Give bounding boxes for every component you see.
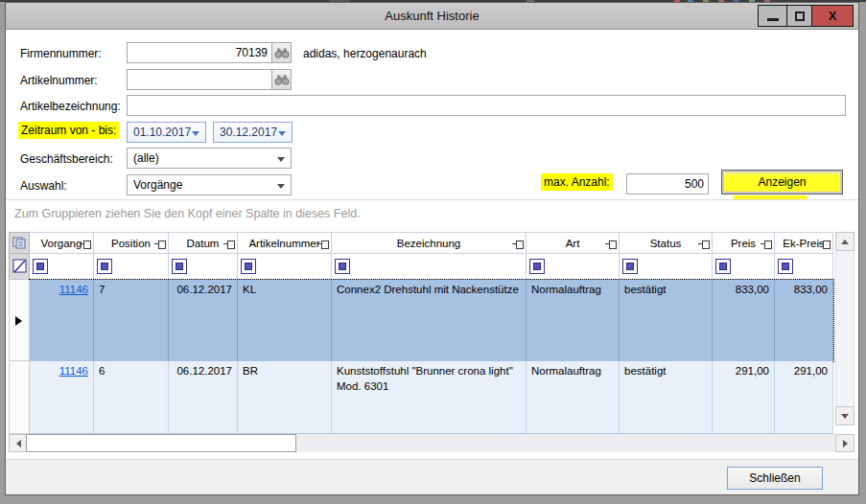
- chevron-down-icon[interactable]: [278, 131, 286, 136]
- column-header-label: Position: [111, 238, 151, 249]
- filter-cell-bezeichnung[interactable]: [332, 254, 527, 280]
- cell-art: Normalauftrag: [527, 280, 620, 361]
- cell-artikelnummer: BR: [238, 361, 332, 433]
- filter-icon: [36, 263, 44, 270]
- filter-icon: [533, 263, 541, 270]
- filter-button[interactable]: [715, 259, 731, 274]
- column-header-datum[interactable]: Datum: [169, 232, 238, 254]
- chevron-down-icon[interactable]: [277, 184, 285, 189]
- pushpin-icon[interactable]: [761, 241, 771, 248]
- grid-corner-cell[interactable]: [9, 232, 30, 254]
- pushpin-icon[interactable]: [223, 241, 234, 248]
- pushpin-icon[interactable]: [154, 241, 165, 248]
- pushpin-icon[interactable]: [605, 241, 616, 248]
- pushpin-icon[interactable]: [512, 241, 523, 248]
- pushpin-icon[interactable]: [80, 241, 90, 248]
- scroll-left-icon: [16, 440, 21, 447]
- close-button[interactable]: X: [811, 5, 854, 27]
- divider: [6, 199, 858, 200]
- auswahl-value: Vorgänge: [133, 178, 182, 192]
- geschaeftsbereich-label: Geschäftsbereich:: [20, 152, 113, 166]
- table-row[interactable]: 11146 7 06.12.2017 KL Connex2 Drehstuhl …: [9, 280, 833, 361]
- pushpin-icon[interactable]: [317, 241, 328, 248]
- zeitraum-von-picker[interactable]: 01.10.2017: [127, 122, 206, 143]
- max-anzahl-input[interactable]: [626, 173, 709, 195]
- cell-preis: 833,00: [713, 280, 775, 361]
- horizontal-scrollbar-thumb[interactable]: [26, 434, 296, 452]
- screen: Auskunft Historie X Firmennummer: adidas…: [0, 0, 866, 504]
- filter-cell-artikelnummer[interactable]: [238, 254, 332, 280]
- pushpin-icon[interactable]: [698, 241, 709, 248]
- geschaeftsbereich-select[interactable]: (alle): [127, 148, 292, 169]
- filter-cell-vorgang[interactable]: [30, 254, 94, 280]
- filter-button[interactable]: [33, 259, 48, 274]
- filter-button[interactable]: [335, 259, 350, 274]
- filter-button[interactable]: [241, 259, 256, 274]
- scroll-up-button[interactable]: [835, 232, 854, 251]
- filter-icon: [782, 263, 789, 270]
- pushpin-icon[interactable]: [819, 241, 830, 248]
- firmennummer-label: Firmennummer:: [20, 47, 102, 60]
- artikelnummer-lookup-button[interactable]: [271, 69, 292, 90]
- filter-cell-position[interactable]: [94, 254, 169, 280]
- scroll-down-button[interactable]: [835, 406, 854, 425]
- filter-button[interactable]: [622, 259, 638, 274]
- column-header-art[interactable]: Art: [527, 232, 620, 254]
- filter-button[interactable]: [172, 259, 187, 274]
- chevron-down-icon[interactable]: [192, 131, 199, 136]
- filter-cell-ek-preis[interactable]: [775, 254, 833, 280]
- cell-status: bestätigt: [620, 361, 713, 433]
- filter-icon: [719, 263, 727, 270]
- column-header-ek-preis[interactable]: Ek-Preis: [775, 232, 833, 254]
- clear-filter-cell[interactable]: [9, 254, 30, 280]
- auswahl-select[interactable]: Vorgänge: [127, 174, 292, 195]
- vorgang-link[interactable]: 11146: [59, 284, 88, 295]
- binoculars-icon: [274, 75, 290, 85]
- scroll-right-icon: [843, 440, 848, 447]
- titlebar[interactable]: Auskunft Historie X: [6, 3, 858, 30]
- anzeigen-button[interactable]: Anzeigen: [721, 170, 843, 195]
- column-header-bezeichnung[interactable]: Bezeichnung: [332, 232, 527, 254]
- table-row[interactable]: 11146 6 06.12.2017 BR Kunststoffstuhl "B…: [9, 361, 833, 434]
- cell-bezeichnung: Connex2 Drehstuhl mit Nackenstütze: [332, 280, 527, 361]
- filter-cell-preis[interactable]: [713, 254, 775, 280]
- column-header-status[interactable]: Status: [620, 232, 713, 254]
- column-header-artikelnummer[interactable]: Artikelnummer: [238, 232, 332, 254]
- row-selector-cell[interactable]: [9, 280, 30, 361]
- zeitraum-bis-picker[interactable]: 30.12.2017: [213, 122, 293, 143]
- vorgang-link[interactable]: 11146: [59, 365, 88, 377]
- column-header-preis[interactable]: Preis: [713, 232, 775, 254]
- filter-button[interactable]: [529, 259, 545, 274]
- row-cells[interactable]: 11146 7 06.12.2017 KL Connex2 Drehstuhl …: [30, 280, 833, 361]
- row-selector-arrow-icon: [15, 316, 22, 326]
- column-header-label: Bezeichnung: [397, 238, 461, 249]
- cell-vorgang: 11146: [30, 361, 94, 433]
- filter-cell-status[interactable]: [620, 254, 713, 280]
- column-header-label: Preis: [731, 238, 756, 249]
- filter-button[interactable]: [97, 259, 112, 274]
- row-cells[interactable]: 11146 6 06.12.2017 BR Kunststoffstuhl "B…: [30, 361, 833, 434]
- artikelbezeichnung-input[interactable]: [127, 95, 846, 116]
- schliessen-button[interactable]: Schließen: [727, 467, 823, 490]
- column-header-label: Status: [650, 238, 682, 249]
- filter-icon: [626, 263, 634, 270]
- scroll-down-icon: [841, 414, 849, 419]
- horizontal-scrollbar[interactable]: [9, 434, 854, 452]
- cell-datum: 06.12.2017: [169, 280, 238, 361]
- scroll-right-button[interactable]: [835, 434, 854, 452]
- filter-button[interactable]: [778, 259, 793, 274]
- filter-cell-datum[interactable]: [169, 254, 238, 280]
- filter-cell-art[interactable]: [527, 254, 620, 280]
- row-selector-cell[interactable]: [9, 361, 30, 434]
- firmennummer-input[interactable]: [127, 42, 272, 63]
- vertical-scrollbar[interactable]: [835, 232, 854, 425]
- column-header-vorgang[interactable]: Vorgang: [30, 232, 94, 254]
- maximize-button[interactable]: [786, 5, 812, 27]
- cell-art: Normalauftrag: [527, 361, 620, 433]
- firmennummer-lookup-button[interactable]: [271, 42, 292, 63]
- artikelnummer-input[interactable]: [127, 69, 272, 90]
- chevron-down-icon[interactable]: [277, 157, 285, 162]
- minimize-button[interactable]: [758, 5, 787, 27]
- column-header-position[interactable]: Position: [94, 232, 169, 254]
- scroll-left-button[interactable]: [9, 434, 28, 452]
